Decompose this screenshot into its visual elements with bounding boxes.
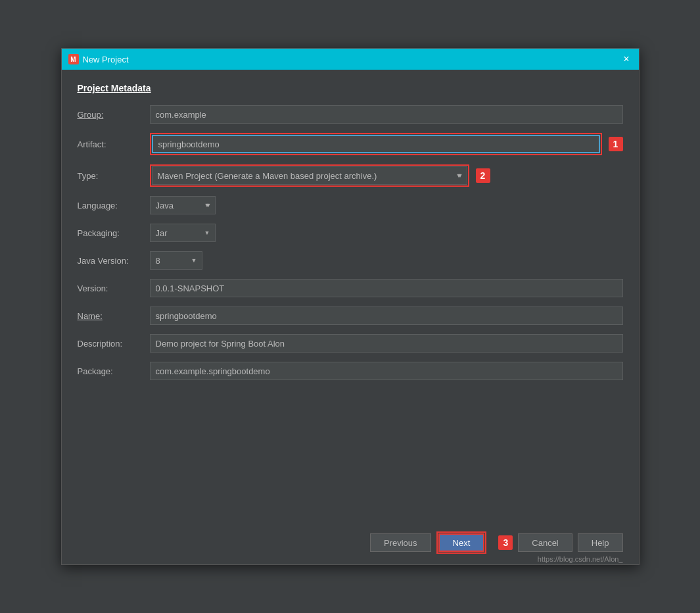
package-label: Package: <box>78 366 150 376</box>
section-title: Project Metadata <box>78 83 623 93</box>
annotation-badge-3: 3 <box>498 535 513 550</box>
annotation-badge-1: 1 <box>609 137 623 151</box>
cancel-button[interactable]: Cancel <box>518 533 572 552</box>
package-input[interactable] <box>150 362 623 380</box>
artifact-label: Artifact: <box>78 139 150 149</box>
description-row: Description: <box>78 334 623 353</box>
dialog-body: Project Metadata Group: Artifact: 1 Type… <box>62 70 639 389</box>
version-label: Version: <box>78 283 150 293</box>
annotation-badge-2: 2 <box>476 168 490 183</box>
next-button[interactable]: Next <box>438 533 485 552</box>
java-version-label: Java Version: <box>78 256 150 266</box>
group-label: Group: <box>78 110 150 120</box>
type-row: Type: Maven Project (Generate a Maven ba… <box>78 164 623 187</box>
language-select[interactable]: Java Kotlin Groovy <box>150 196 216 214</box>
java-version-row: Java Version: 8 11 17 ▼ <box>78 251 623 270</box>
name-label: Name: <box>78 311 150 321</box>
artifact-input[interactable] <box>152 135 600 153</box>
packaging-row: Packaging: Jar War ▼ <box>78 224 623 242</box>
title-bar: M New Project × <box>62 49 639 70</box>
package-row: Package: <box>78 362 623 380</box>
name-input[interactable] <box>150 306 623 325</box>
dialog-title: New Project <box>83 55 129 64</box>
artifact-row: Artifact: 1 <box>78 133 623 155</box>
version-row: Version: <box>78 279 623 297</box>
packaging-label: Packaging: <box>78 228 150 238</box>
language-row: Language: Java Kotlin Groovy ▼ <box>78 196 623 214</box>
close-button[interactable]: × <box>620 53 632 66</box>
description-label: Description: <box>78 339 150 349</box>
new-project-dialog: M New Project × Project Metadata Group: … <box>61 48 640 565</box>
type-label: Type: <box>78 171 150 181</box>
footer-url: https://blog.csdn.net/Alon_ <box>538 555 623 563</box>
app-icon: M <box>68 54 79 64</box>
java-version-select[interactable]: 8 11 17 <box>150 251 202 270</box>
group-row: Group: <box>78 105 623 124</box>
type-select[interactable]: Maven Project (Generate a Maven based pr… <box>152 166 467 185</box>
previous-button[interactable]: Previous <box>370 533 431 552</box>
title-bar-left: M New Project <box>68 54 129 64</box>
version-input[interactable] <box>150 279 623 297</box>
group-input[interactable] <box>150 105 623 124</box>
dialog-footer: Previous Next 3 Cancel Help https://blog… <box>62 521 639 564</box>
language-label: Language: <box>78 201 150 210</box>
help-button[interactable]: Help <box>578 533 623 552</box>
name-row: Name: <box>78 306 623 325</box>
description-input[interactable] <box>150 334 623 353</box>
packaging-select[interactable]: Jar War <box>150 224 216 242</box>
